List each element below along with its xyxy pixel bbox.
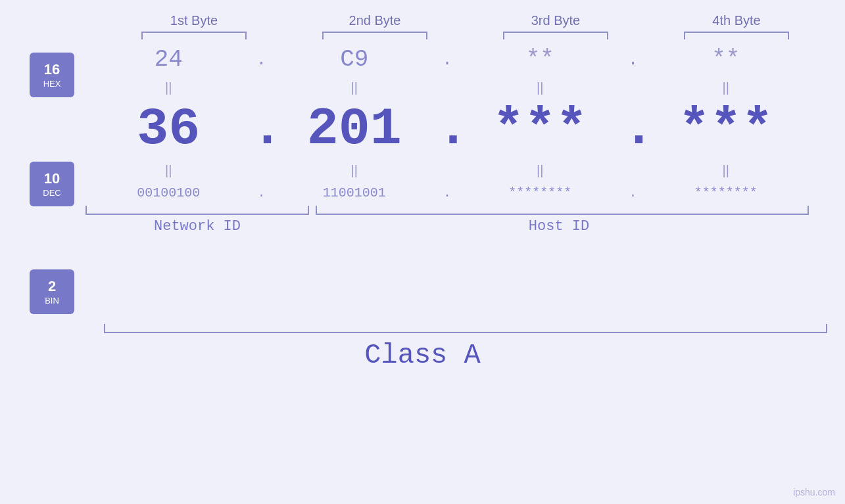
dec-dot-1: . [252, 99, 272, 159]
bin-row: 00100100 . 11001001 . ******** . *******… [85, 185, 809, 200]
hex-value-3: ** [526, 46, 554, 73]
hex-cell-4: ** [643, 46, 809, 73]
eq2-4: || [643, 163, 809, 178]
bin-value-4: ******** [694, 185, 758, 200]
bracket-cell-1 [104, 32, 285, 39]
id-labels-row: Network ID Host ID [85, 218, 809, 235]
bracket-network [85, 206, 309, 215]
bin-value-1: 00100100 [137, 185, 200, 200]
bracket-cell-2 [285, 32, 466, 39]
hex-badge: 16 HEX [30, 53, 74, 97]
hex-cell-2: C9 [272, 46, 438, 73]
bracket-host [316, 206, 809, 215]
bracket-top-2 [322, 32, 427, 39]
dec-cell-3: *** [457, 99, 623, 159]
bottom-section: Network ID Host ID [85, 206, 809, 235]
hex-label: HEX [43, 79, 61, 89]
bin-value-2: 11001001 [323, 185, 386, 200]
main-container: 1st Byte 2nd Byte 3rd Byte 4th Byte 16 H… [0, 0, 845, 504]
bin-label: BIN [45, 296, 59, 306]
dec-value-4: *** [679, 99, 773, 159]
bin-cell-1: 00100100 [85, 185, 252, 200]
dec-dot-2: . [437, 99, 457, 159]
network-id-label: Network ID [85, 218, 309, 235]
hex-cell-3: ** [457, 46, 623, 73]
hex-dot-2: . [437, 50, 457, 70]
hex-value-2: C9 [340, 46, 368, 73]
hex-dot-3: . [623, 50, 643, 70]
dec-dot-3: . [623, 99, 643, 159]
bracket-top-3 [503, 32, 608, 39]
byte-header-3: 3rd Byte [466, 13, 646, 28]
dec-value-1: 36 [137, 99, 200, 159]
equals-row-2: || || || || [85, 163, 809, 178]
hex-row: 24 . C9 . ** . ** [85, 46, 809, 73]
class-label: Class A [364, 340, 480, 371]
eq1-2: || [272, 80, 438, 95]
dec-badge: 10 DEC [30, 162, 74, 206]
outer-bracket [104, 324, 827, 333]
eq1-4: || [643, 80, 809, 95]
bracket-top-1 [141, 32, 247, 39]
dec-label: DEC [43, 188, 60, 198]
bin-dot-3: . [623, 185, 643, 200]
eq1-3: || [457, 80, 623, 95]
eq2-3: || [457, 163, 623, 178]
bin-dot-2: . [437, 185, 457, 200]
dec-cell-4: *** [643, 99, 809, 159]
bin-badge: 2 BIN [30, 269, 74, 314]
dec-num: 10 [44, 170, 60, 187]
byte-header-1: 1st Byte [104, 13, 285, 28]
hex-value-1: 24 [155, 46, 183, 73]
bottom-bracket-row [85, 206, 809, 215]
byte-header-2: 2nd Byte [285, 13, 466, 28]
byte-headers-row: 1st Byte 2nd Byte 3rd Byte 4th Byte [104, 13, 827, 28]
eq2-1: || [85, 163, 252, 178]
eq2-2: || [272, 163, 438, 178]
base-labels: 16 HEX 10 DEC 2 BIN [0, 53, 85, 314]
host-id-label: Host ID [309, 218, 809, 235]
bracket-top-4 [684, 32, 789, 39]
bracket-cell-4 [646, 32, 827, 39]
bin-dot-1: . [252, 185, 272, 200]
bin-cell-4: ******** [643, 185, 809, 200]
hex-cell-1: 24 [85, 46, 252, 73]
eq1-1: || [85, 80, 252, 95]
dec-value-3: *** [493, 99, 587, 159]
bracket-cell-3 [466, 32, 646, 39]
dec-cell-1: 36 [85, 99, 252, 159]
bin-cell-2: 11001001 [272, 185, 438, 200]
hex-value-4: ** [712, 46, 740, 73]
bin-num: 2 [48, 278, 56, 295]
equals-row-1: || || || || [85, 80, 809, 95]
dec-value-2: 201 [307, 99, 402, 159]
rows-container: 24 . C9 . ** . ** || || [85, 46, 845, 235]
top-brackets [104, 32, 827, 39]
content-area: 16 HEX 10 DEC 2 BIN 24 . C9 [0, 46, 845, 314]
dec-cell-2: 201 [272, 99, 438, 159]
hex-num: 16 [44, 61, 60, 78]
watermark: ipshu.com [793, 487, 835, 497]
bin-value-3: ******** [508, 185, 571, 200]
hex-dot-1: . [252, 50, 272, 70]
dec-row: 36 . 201 . *** . *** [85, 99, 809, 159]
bin-cell-3: ******** [457, 185, 623, 200]
byte-header-4: 4th Byte [646, 13, 827, 28]
